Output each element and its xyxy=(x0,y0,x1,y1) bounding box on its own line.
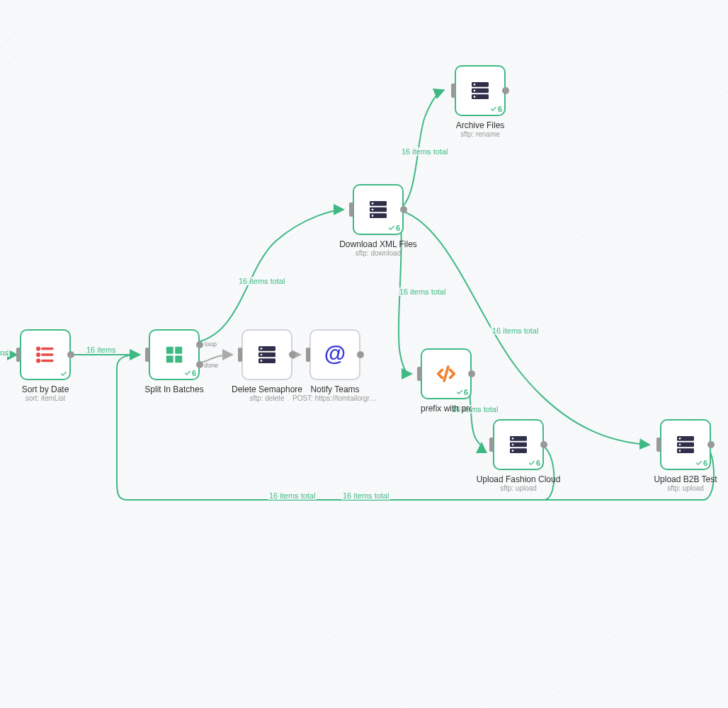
node-prefix-with-pro[interactable]: 6 prefix with pro xyxy=(411,348,482,413)
code-icon xyxy=(434,362,458,386)
edge-label: 16 items xyxy=(85,346,118,354)
svg-point-33 xyxy=(512,438,514,440)
node-title: Delete Semaphore xyxy=(232,384,302,394)
node-subtitle: sftp: delete xyxy=(250,394,285,402)
node-subtitle: sftp: upload xyxy=(500,484,537,492)
server-icon xyxy=(507,433,530,456)
output-port[interactable] xyxy=(540,441,547,448)
svg-point-21 xyxy=(372,209,374,211)
input-port[interactable] xyxy=(16,348,21,362)
svg-point-35 xyxy=(512,450,514,452)
svg-text:@: @ xyxy=(324,343,346,366)
node-title: Archive Files xyxy=(456,120,505,130)
svg-point-13 xyxy=(261,348,263,350)
output-port[interactable] xyxy=(468,370,475,377)
node-title: Sort by Date xyxy=(22,384,69,394)
svg-point-4 xyxy=(38,360,40,362)
server-icon xyxy=(469,79,491,102)
input-port[interactable] xyxy=(417,367,421,381)
server-icon xyxy=(367,198,389,221)
edge-label: 16 items total xyxy=(491,326,540,335)
edge-label: 16 items total xyxy=(268,491,317,500)
input-port[interactable] xyxy=(656,438,661,452)
node-subtitle: POST: https://tomtailorgrou… xyxy=(292,394,377,402)
output-port[interactable] xyxy=(67,351,74,358)
input-port[interactable] xyxy=(238,348,242,362)
port-label: loop xyxy=(205,341,217,348)
output-port[interactable] xyxy=(357,351,364,358)
svg-rect-9 xyxy=(175,355,182,362)
node-title: Split In Batches xyxy=(144,384,203,394)
node-download-xml[interactable]: 6 Download XML Files sftp: download xyxy=(343,184,414,257)
svg-point-26 xyxy=(474,84,476,86)
output-port-done[interactable] xyxy=(196,361,203,368)
input-port[interactable] xyxy=(489,438,494,452)
node-subtitle: sort: itemList xyxy=(25,394,66,402)
svg-point-14 xyxy=(261,354,263,356)
node-upload-fashion-cloud[interactable]: 6 Upload Fashion Cloud sftp: upload xyxy=(483,419,554,492)
node-sort-by-date[interactable]: Sort by Date sort: itemList xyxy=(10,329,81,402)
svg-point-27 xyxy=(474,90,476,92)
svg-point-15 xyxy=(261,360,263,362)
node-archive-files[interactable]: 6 Archive Files sftp: rename xyxy=(445,65,516,138)
node-delete-semaphore[interactable]: Delete Semaphore sftp: delete xyxy=(232,329,302,402)
node-title: Upload Fashion Cloud xyxy=(477,474,561,484)
node-subtitle: sftp: rename xyxy=(460,130,500,138)
output-port[interactable] xyxy=(400,206,407,213)
svg-line-29 xyxy=(444,367,448,381)
grid-icon xyxy=(164,344,185,365)
svg-rect-8 xyxy=(166,355,174,362)
svg-point-28 xyxy=(474,96,476,98)
edge-label: 16 items total xyxy=(237,277,286,285)
list-icon xyxy=(33,343,57,367)
svg-point-39 xyxy=(679,438,681,440)
input-port[interactable] xyxy=(145,348,149,362)
workflow-canvas[interactable]: ns 16 items 16 items total 16 items tota… xyxy=(0,0,728,708)
node-title: Upload B2B Test xyxy=(654,474,717,484)
input-port[interactable] xyxy=(306,348,310,362)
node-notify-teams[interactable]: @ Notify Teams POST: https://tomtailorgr… xyxy=(300,329,370,402)
node-subtitle: sftp: upload xyxy=(667,484,704,492)
input-port[interactable] xyxy=(349,202,353,217)
at-icon: @ xyxy=(323,343,347,367)
port-label: done xyxy=(204,362,218,369)
svg-point-20 xyxy=(372,202,374,205)
node-title: Notify Teams xyxy=(310,384,359,394)
node-split-in-batches[interactable]: 6 loop done Split In Batches xyxy=(139,329,210,394)
server-icon xyxy=(674,433,697,456)
edge-label: 16 items total xyxy=(400,147,449,156)
edge-label: 16 items total xyxy=(341,491,390,500)
output-port-loop[interactable] xyxy=(196,341,203,348)
server-icon xyxy=(256,343,278,366)
output-port[interactable] xyxy=(707,441,715,448)
svg-rect-7 xyxy=(175,347,182,354)
node-subtitle: sftp: download xyxy=(356,249,402,257)
edge-label: 16 items total xyxy=(398,287,447,296)
svg-rect-6 xyxy=(166,347,174,354)
svg-point-22 xyxy=(372,215,374,217)
svg-point-0 xyxy=(38,348,40,350)
svg-point-41 xyxy=(679,450,681,452)
svg-point-2 xyxy=(38,354,40,356)
output-port[interactable] xyxy=(289,351,296,358)
input-port[interactable] xyxy=(451,84,455,98)
svg-point-34 xyxy=(512,444,514,446)
node-upload-b2b-test[interactable]: 6 Upload B2B Test sftp: upload xyxy=(650,419,721,492)
edge-label: ns xyxy=(0,348,10,357)
node-title: Download XML Files xyxy=(339,239,417,249)
node-title: prefix with pro xyxy=(421,404,472,413)
svg-point-40 xyxy=(679,444,681,446)
output-port[interactable] xyxy=(502,87,509,94)
